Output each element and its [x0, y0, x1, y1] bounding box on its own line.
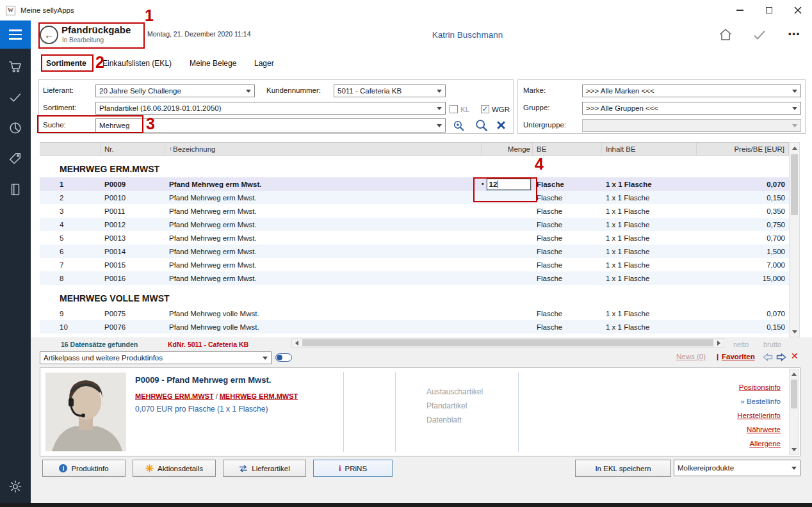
table-row-P0015[interactable]: 7P0015Pfand Mehrweg erm Mwst.Flasche1 x …: [40, 258, 789, 271]
table-row-P0013[interactable]: 5P0013Pfand Mehrweg erm Mwst.Flasche1 x …: [40, 231, 789, 245]
minimize-button[interactable]: [726, 0, 754, 20]
cell-be: Flasche: [533, 191, 602, 204]
news-link[interactable]: News (0): [676, 353, 706, 360]
table-row-P0075[interactable]: 9P0075Pfand Mehrweg volle Mwst.Flasche1 …: [40, 307, 789, 320]
tab-lager[interactable]: Lager: [254, 59, 274, 68]
search-button[interactable]: [474, 118, 489, 136]
positionsinfo-link[interactable]: Positionsinfo: [739, 383, 781, 391]
table-row-P0012[interactable]: 4P0012Pfand Mehrweg erm Mwst.Flasche1 x …: [40, 218, 789, 231]
horizontal-scrollbar[interactable]: [291, 338, 724, 348]
info-toggle[interactable]: [275, 353, 292, 362]
search-details-button[interactable]: [452, 119, 466, 135]
horizontal-scroll-thumb[interactable]: [302, 339, 713, 346]
tab-meine-belege[interactable]: Meine Belege: [190, 59, 236, 68]
search-combobox[interactable]: Mehrweg: [95, 118, 446, 133]
sidebar-item-settings[interactable]: [0, 471, 31, 502]
allergene-link[interactable]: Allergene: [749, 440, 781, 447]
scroll-left-button[interactable]: [292, 339, 302, 347]
category-link-2[interactable]: MEHRWEG ERM.MWST: [220, 392, 298, 400]
quantity-input[interactable]: 12: [487, 179, 531, 190]
kl-checkbox[interactable]: KL: [450, 103, 469, 115]
chevron-down-icon: [246, 90, 251, 93]
hamburger-menu-button[interactable]: [0, 20, 31, 49]
table-row-P0011[interactable]: 3P0011Pfand Mehrweg erm Mwst.Flasche1 x …: [40, 204, 789, 218]
column-header-nr[interactable]: Nr.: [101, 143, 165, 155]
table-row-P0014[interactable]: 6P0014Pfand Mehrweg erm Mwst.Flasche1 x …: [40, 245, 789, 258]
table-row-P0016[interactable]: 8P0016Pfand Mehrweg erm Mwst.Flasche1 x …: [40, 271, 789, 285]
marke-select[interactable]: >>> Alle Marken <<<: [582, 84, 801, 97]
scroll-down-button[interactable]: [790, 326, 799, 337]
tab-einkaufslisten[interactable]: Einkaufslisten (EKL): [102, 59, 172, 68]
prins-button[interactable]: i PRiNS: [313, 460, 393, 477]
more-options-button[interactable]: ⋯: [788, 27, 800, 42]
cell-nr: P0076: [101, 320, 165, 334]
column-header-bezeichnung[interactable]: ↑Bezeichnung: [165, 143, 482, 155]
column-header-menge[interactable]: Menge: [482, 143, 533, 155]
category-link-1[interactable]: MEHRWEG ERM.MWST: [135, 392, 214, 400]
cell-nr: P0013: [101, 231, 165, 245]
column-header-inhalt[interactable]: Inhalt BE: [602, 143, 697, 155]
marke-value: >>> Alle Marken <<<: [586, 87, 790, 95]
nav-next-button[interactable]: [775, 353, 787, 364]
vertical-scrollbar[interactable]: [789, 142, 800, 337]
lieferant-select[interactable]: 20 Jahre Selly Challenge: [95, 84, 255, 97]
cell-be: Flasche: [533, 177, 602, 191]
pie-chart-icon: [8, 121, 22, 135]
cell-preis: 0,070: [697, 307, 789, 320]
vertical-scroll-thumb[interactable]: [791, 154, 798, 215]
sidebar-item-prices[interactable]: [0, 143, 31, 174]
sortiment-select[interactable]: Pfandartikel (16.06.2019-01.01.2050): [95, 102, 446, 115]
panel-scroll-up-button[interactable]: [790, 369, 799, 379]
back-button[interactable]: ←: [40, 26, 58, 44]
table-row-P0076[interactable]: 10P0076Pfand Mehrweg volle Mwst.Flasche1…: [40, 320, 789, 334]
herstellerinfo-link[interactable]: Herstellerinfo: [737, 412, 781, 419]
panel-scroll-down-button[interactable]: [790, 445, 799, 455]
sidebar-item-statistics[interactable]: [0, 113, 31, 143]
scroll-up-button[interactable]: [790, 143, 799, 153]
lieferartikel-button[interactable]: Lieferartikel: [223, 460, 306, 477]
column-header-rownum[interactable]: [40, 143, 101, 155]
infoview-select[interactable]: Artikelpass und weitere Produktinfos: [40, 351, 272, 364]
warengruppe-select[interactable]: Molkereiprodukte: [674, 460, 800, 476]
confirm-button[interactable]: [752, 29, 767, 44]
in-ekl-speichern-button[interactable]: In EKL speichern: [575, 460, 671, 477]
aktionsdetails-button[interactable]: Aktionsdetails: [133, 460, 216, 477]
close-info-button[interactable]: ✕: [791, 351, 799, 361]
category-separator: /: [216, 392, 218, 400]
close-button[interactable]: [783, 0, 812, 20]
datenblatt-link[interactable]: Datenblatt: [426, 415, 462, 424]
pfandartikel-link[interactable]: Pfandartikel: [426, 401, 467, 410]
cell-rownum: 3: [40, 204, 101, 218]
netto-option[interactable]: netto: [733, 341, 749, 348]
gruppe-select[interactable]: >>> Alle Gruppen <<<: [582, 102, 801, 115]
wgr-checkbox[interactable]: ✓WGR: [481, 103, 510, 115]
cell-bezeichnung: Pfand Mehrweg erm Mwst.: [165, 191, 482, 204]
sidebar-item-catalog[interactable]: [0, 174, 31, 205]
tab-sortimente[interactable]: Sortimente: [46, 59, 86, 68]
panel-scroll-thumb[interactable]: [791, 380, 797, 408]
cell-bezeichnung: Pfand Mehrweg erm Mwst.: [165, 218, 482, 231]
kundennummer-select[interactable]: 5011 - Cafeteria KB: [334, 84, 446, 97]
panel-scrollbar[interactable]: [789, 369, 799, 455]
cell-preis: 0,350: [697, 204, 789, 218]
table-row-P0010[interactable]: 2P0010Pfand Mehrweg erm Mwst.Flasche1 x …: [40, 191, 789, 204]
naehrwerte-link[interactable]: Nährwerte: [747, 426, 781, 433]
favoriten-link[interactable]: Favoriten: [722, 353, 755, 360]
table-row-P0009[interactable]: 1P0009Pfand Mehrweg erm Mwst.•12Flasche1…: [40, 177, 789, 191]
produktinfo-button[interactable]: i Produktinfo: [42, 460, 126, 477]
brutto-option[interactable]: brutto: [763, 341, 781, 348]
app-window: W Meine sellyApps ←: [0, 0, 812, 507]
austauschartikel-link[interactable]: Austauschartikel: [426, 387, 483, 396]
clear-search-button[interactable]: [496, 120, 506, 133]
column-header-preis[interactable]: Preis/BE [EUR]: [697, 143, 789, 155]
nav-previous-button[interactable]: [762, 353, 774, 364]
sidebar-item-cart[interactable]: [0, 51, 31, 82]
bestellinfo-link[interactable]: » Bestellinfo: [740, 398, 781, 405]
column-header-be[interactable]: BE: [533, 143, 602, 155]
sidebar-item-tasks[interactable]: [0, 82, 31, 113]
maximize-button[interactable]: [754, 0, 783, 20]
home-button[interactable]: [717, 27, 734, 45]
product-panel: P0009 - Pfand Mehrweg erm Mwst. MEHRWEG …: [40, 367, 800, 456]
customer-indicator: KdNr. 5011 - Cafeteria KB: [168, 341, 248, 348]
scroll-right-button[interactable]: [714, 339, 724, 347]
